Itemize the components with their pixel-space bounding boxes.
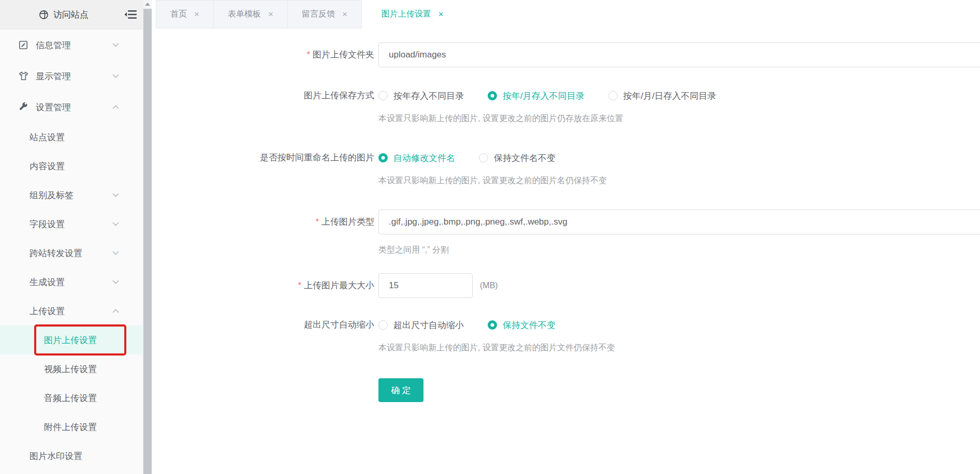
tab-bar: 首页 × 表单模板 × 留言反馈 × 图片上传设置 × — [152, 0, 980, 28]
sidebar-item-image-watermark-settings[interactable]: 图片水印设置 — [0, 441, 143, 470]
field-label: 图片上传保存方式 — [152, 88, 378, 125]
edit-square-icon — [18, 40, 29, 51]
chevron-down-icon — [112, 280, 119, 284]
radio-auto-rename[interactable]: 自动修改文件名 — [378, 152, 455, 164]
sidebar-menu: 信息管理 显示管理 — [0, 29, 143, 470]
sidebar-item-label: 信息管理 — [36, 39, 71, 51]
radio-checked-icon — [488, 320, 497, 330]
radio-by-year-month[interactable]: 按年/月存入不同目录 — [488, 90, 584, 102]
tab-feedback[interactable]: 留言反馈 × — [288, 0, 362, 28]
confirm-button[interactable]: 确 定 — [378, 378, 423, 402]
sidebar-item-video-upload-settings[interactable]: 视频上传设置 — [0, 354, 143, 383]
menu-fold-icon[interactable] — [124, 9, 138, 20]
radio-auto-shrink[interactable]: 超出尺寸自动缩小 — [378, 319, 464, 331]
app-window: 访问站点 信息管理 — [0, 0, 980, 474]
radio-label: 按年存入不同目录 — [393, 90, 464, 102]
chevron-down-icon — [112, 74, 119, 78]
scrollbar-thumb[interactable] — [143, 9, 152, 474]
sidebar-item-attachment-upload-settings[interactable]: 附件上传设置 — [0, 412, 143, 441]
radio-label: 超出尺寸自动缩小 — [393, 319, 464, 331]
field-label: *图片上传文件夹 — [152, 42, 378, 67]
radio-keep-file[interactable]: 保持文件不变 — [488, 319, 555, 331]
help-text: 本设置只影响新上传的图片, 设置更改之前的图片名仍保持不变 — [378, 174, 980, 187]
form-row-submit: 确 定 — [152, 378, 980, 402]
radio-label: 保持文件名不变 — [494, 152, 555, 164]
sidebar-item-site-settings[interactable]: 站点设置 — [0, 123, 143, 152]
form-row-oversize-mode: 超出尺寸自动缩小 超出尺寸自动缩小 保持文件不变 本设置只影响新上传的图片, 设 — [152, 318, 980, 354]
sidebar-item-label: 跨站转发设置 — [30, 247, 82, 259]
radio-by-year-month-day[interactable]: 按年/月/日存入不同目录 — [608, 90, 716, 102]
tab-close-icon[interactable]: × — [342, 9, 347, 20]
tab-label: 首页 — [170, 9, 187, 20]
sidebar-item-crosssite-forward-settings[interactable]: 跨站转发设置 — [0, 239, 143, 268]
tab-close-icon[interactable]: × — [268, 9, 273, 20]
main-area: 首页 × 表单模板 × 留言反馈 × 图片上传设置 × *图片上传文件夹 — [152, 0, 980, 474]
image-types-input[interactable] — [378, 210, 980, 234]
sidebar-item-label: 内容设置 — [30, 160, 65, 172]
sidebar-item-audio-upload-settings[interactable]: 音频上传设置 — [0, 383, 143, 412]
tab-image-upload-settings[interactable]: 图片上传设置 × — [362, 0, 463, 28]
sidebar-item-label: 字段设置 — [30, 218, 65, 230]
form-row-max-size: *上传图片最大大小 (MB) — [152, 273, 980, 298]
sidebar-item-label: 附件上传设置 — [44, 421, 97, 433]
radio-by-year[interactable]: 按年存入不同目录 — [378, 90, 464, 102]
chevron-down-icon — [112, 251, 119, 255]
sidebar-item-field-settings[interactable]: 字段设置 — [0, 210, 143, 239]
sidebar-item-label: 图片上传设置 — [44, 334, 97, 346]
globe-icon — [39, 10, 49, 20]
required-marker: * — [307, 50, 310, 59]
wrench-icon — [18, 102, 29, 113]
sidebar-item-content-settings[interactable]: 内容设置 — [0, 152, 143, 181]
sidebar-item-label: 视频上传设置 — [44, 363, 97, 375]
radio-checked-icon — [488, 91, 497, 100]
required-marker: * — [316, 217, 319, 226]
sidebar-item-generation-settings[interactable]: 生成设置 — [0, 268, 143, 297]
radio-icon — [378, 320, 388, 330]
radio-label: 保持文件不变 — [503, 319, 555, 331]
upload-folder-input[interactable] — [378, 42, 980, 67]
radio-icon — [608, 91, 618, 100]
tab-label: 图片上传设置 — [382, 9, 431, 20]
sidebar-item-label: 显示管理 — [36, 70, 71, 82]
radio-label: 按年/月/日存入不同目录 — [623, 90, 716, 102]
form-row-image-types: *上传图片类型 类型之间用 “,” 分割 — [152, 210, 980, 256]
radio-icon — [378, 91, 388, 100]
sidebar-item-upload-settings[interactable]: 上传设置 — [0, 297, 143, 325]
chevron-up-icon — [112, 105, 119, 109]
form-row-rename-mode: 是否按时间重命名上传的图片 自动修改文件名 保持文件名不变 本设置只影响新上传的 — [152, 151, 980, 187]
visit-site-link[interactable]: 访问站点 — [39, 9, 89, 21]
radio-keep-filename[interactable]: 保持文件名不变 — [479, 152, 555, 164]
tab-form-template[interactable]: 表单模板 × — [214, 0, 288, 28]
chevron-down-icon — [112, 222, 119, 226]
sidebar-item-label: 音频上传设置 — [44, 392, 97, 404]
radio-label: 自动修改文件名 — [393, 152, 455, 164]
sidebar-item-groups-tags[interactable]: 组别及标签 — [0, 181, 143, 210]
tab-close-icon[interactable]: × — [194, 9, 199, 20]
field-label-spacer — [152, 378, 378, 402]
help-text: 本设置只影响新上传的图片, 设置更改之前的图片文件仍保持不变 — [378, 342, 980, 354]
sidebar: 访问站点 信息管理 — [0, 0, 143, 474]
sidebar-item-label: 上传设置 — [30, 305, 65, 317]
max-size-input[interactable] — [378, 273, 473, 298]
tab-home[interactable]: 首页 × — [156, 0, 214, 28]
visit-site-label: 访问站点 — [53, 9, 89, 21]
help-text: 类型之间用 “,” 分割 — [378, 244, 980, 256]
sidebar-item-settings-management[interactable]: 设置管理 — [0, 92, 143, 123]
scrollbar-up-arrow[interactable] — [143, 0, 152, 8]
sidebar-item-display-management[interactable]: 显示管理 — [0, 61, 143, 92]
form-row-upload-folder: *图片上传文件夹 — [152, 42, 980, 67]
sidebar-header: 访问站点 — [0, 0, 143, 29]
sidebar-item-label: 站点设置 — [30, 131, 65, 143]
field-label: *上传图片类型 — [152, 210, 378, 256]
tab-label: 表单模板 — [228, 9, 261, 20]
field-label: 超出尺寸自动缩小 — [152, 318, 378, 354]
form-row-save-mode: 图片上传保存方式 按年存入不同目录 按年/月存入不同目录 — [152, 88, 980, 125]
radio-label: 按年/月存入不同目录 — [503, 90, 584, 102]
tab-close-icon[interactable]: × — [438, 9, 444, 20]
sidebar-item-info-management[interactable]: 信息管理 — [0, 29, 143, 61]
field-label: *上传图片最大大小 — [152, 273, 378, 298]
required-marker: * — [298, 281, 301, 290]
unit-suffix: (MB) — [480, 273, 498, 298]
sidebar-item-image-upload-settings[interactable]: 图片上传设置 — [0, 325, 143, 354]
chevron-down-icon — [112, 193, 119, 197]
